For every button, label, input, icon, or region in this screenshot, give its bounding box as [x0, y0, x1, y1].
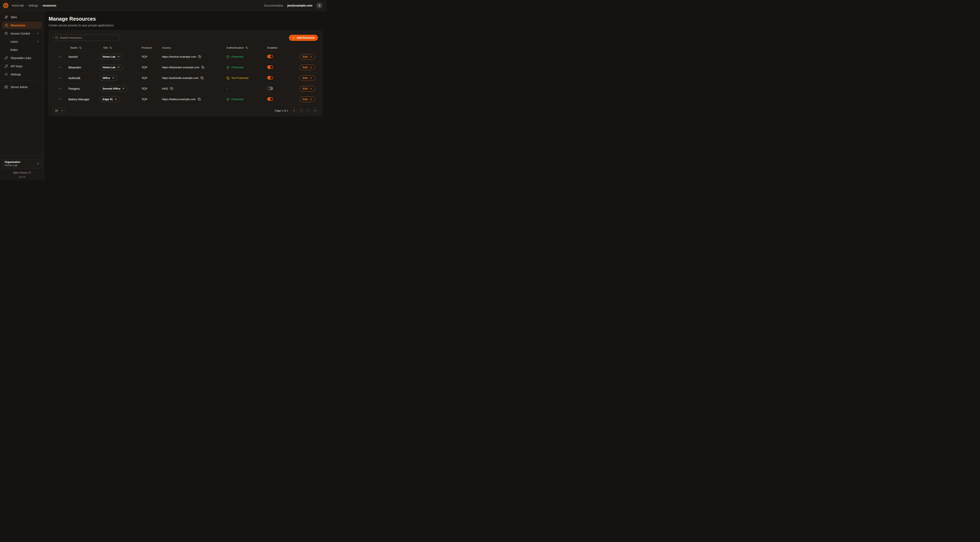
- sidebar-item-label: Shareable Links: [11, 56, 31, 60]
- edit-button[interactable]: Edit: [299, 86, 315, 92]
- page-title: Manage Resources: [49, 16, 322, 22]
- add-resource-button[interactable]: Add Resource: [289, 35, 318, 41]
- resource-name: Bitwarden: [67, 66, 100, 69]
- ellipsis-icon: [59, 98, 62, 101]
- auth-status: Protected: [226, 98, 267, 101]
- first-page-button[interactable]: [291, 108, 297, 113]
- ellipsis-icon: [59, 55, 62, 58]
- organization-selector[interactable]: Organization Home Lab: [2, 159, 42, 168]
- edit-button[interactable]: Edit: [299, 75, 315, 81]
- copy-button[interactable]: [201, 66, 205, 69]
- shield-check-icon: [226, 66, 230, 69]
- sidebar-item-roles[interactable]: Roles: [2, 46, 42, 53]
- toggle-knob: [270, 98, 273, 100]
- arrow-up-right-icon: [122, 87, 125, 90]
- table-row: Authentik Office TCP https://authentik.e…: [53, 73, 318, 83]
- site-link[interactable]: Home Lab: [100, 64, 123, 70]
- copy-button[interactable]: [170, 87, 173, 90]
- users-icon: [5, 32, 8, 35]
- edit-button[interactable]: Edit: [299, 54, 315, 60]
- enabled-toggle[interactable]: [267, 55, 273, 58]
- organization-label: Organization: [5, 161, 20, 164]
- copy-button[interactable]: [200, 77, 204, 80]
- sidebar-item-access-control[interactable]: Access Control: [2, 30, 42, 37]
- copy-button[interactable]: [198, 98, 201, 101]
- enabled-toggle[interactable]: [267, 97, 273, 101]
- column-header-site[interactable]: Site: [100, 46, 142, 49]
- resource-access-url: https://immich.example.com: [162, 55, 196, 58]
- column-header-authentication[interactable]: Authentication: [226, 46, 267, 49]
- column-header-name[interactable]: Name: [67, 46, 100, 49]
- sidebar-item-settings[interactable]: Settings: [2, 71, 42, 78]
- arrow-right-icon: [309, 98, 312, 101]
- open-source-link[interactable]: Open Source: [2, 171, 42, 174]
- enabled-toggle[interactable]: [267, 87, 273, 90]
- breadcrumb-org[interactable]: home-lab: [12, 4, 24, 7]
- sidebar-item-api-keys[interactable]: API Keys: [2, 62, 42, 70]
- sidebar-item-shareable-links[interactable]: Shareable Links: [2, 54, 42, 62]
- link-icon: [5, 56, 8, 60]
- resource-protocol: TCP: [142, 55, 162, 59]
- sidebar-item-label: Server Admin: [11, 85, 28, 89]
- page-size-select[interactable]: 20: [53, 108, 65, 113]
- column-header-access: Access: [162, 46, 226, 49]
- table-header: Name Site Protocol Access Authentication: [53, 44, 318, 51]
- copy-button[interactable]: [198, 55, 201, 58]
- site-link[interactable]: Edge 01: [100, 96, 120, 102]
- sidebar-item-label: Settings: [11, 73, 21, 76]
- search-input[interactable]: [60, 36, 118, 39]
- breadcrumb-separator: ›: [40, 4, 41, 7]
- gear-icon: [5, 73, 8, 76]
- app-version: v1.3.0: [2, 175, 42, 179]
- sidebar-item-server-admin[interactable]: Server Admin: [2, 83, 42, 91]
- previous-page-button[interactable]: [299, 108, 304, 113]
- row-menu-button[interactable]: [53, 77, 67, 80]
- site-link[interactable]: Second Office: [100, 86, 127, 92]
- chevron-right-icon: [307, 109, 310, 112]
- ellipsis-icon: [59, 66, 62, 69]
- breadcrumb-settings[interactable]: settings: [28, 4, 38, 7]
- sidebar-item-label: Roles: [10, 48, 18, 51]
- sidebar-item-sites[interactable]: Sites: [2, 13, 42, 21]
- row-menu-button[interactable]: [53, 98, 67, 101]
- row-menu-button[interactable]: [53, 66, 67, 69]
- user-email[interactable]: joe@example.com: [287, 4, 312, 7]
- row-menu-button[interactable]: [53, 87, 67, 90]
- enabled-toggle[interactable]: [267, 65, 273, 69]
- enabled-toggle[interactable]: [267, 76, 273, 80]
- arrow-up-right-icon: [117, 56, 120, 58]
- arrow-right-icon: [309, 77, 312, 80]
- sidebar-item-users[interactable]: Users: [2, 38, 42, 45]
- topbar-right: Documentation joe@example.com J: [264, 3, 322, 8]
- sidebar-item-resources[interactable]: Resources: [2, 22, 42, 29]
- resources-card: Add Resource Name Site Protocol Acc: [49, 30, 322, 116]
- next-page-button[interactable]: [305, 108, 311, 113]
- row-menu-button[interactable]: [53, 55, 67, 58]
- chevron-down-icon: [37, 32, 40, 35]
- shield-check-icon: [226, 98, 230, 101]
- open-source-label: Open Source: [13, 171, 27, 174]
- site-link[interactable]: Office: [100, 75, 117, 81]
- pager-buttons: [291, 108, 318, 113]
- resource-protocol: TCP: [142, 77, 162, 80]
- avatar[interactable]: J: [317, 3, 322, 8]
- documentation-link[interactable]: Documentation: [264, 4, 283, 7]
- resource-protocol: TCP: [142, 66, 162, 69]
- page-status: Page 1 of 1: [275, 109, 288, 112]
- table-row: Bitwarden Home Lab TCP https://bitwarden…: [53, 62, 318, 73]
- page-subtitle: Create secure proxies to your private ap…: [49, 24, 322, 27]
- auth-status: Not Protected: [226, 77, 267, 80]
- site-link[interactable]: Home Lab: [100, 54, 123, 60]
- sidebar-item-label: Resources: [11, 24, 25, 27]
- edit-button[interactable]: Edit: [299, 96, 315, 102]
- chevrons-left-icon: [293, 109, 296, 112]
- resource-name: Immich: [67, 55, 100, 59]
- edit-button[interactable]: Edit: [299, 65, 315, 70]
- table-row: Immich Home Lab TCP https://immich.examp…: [53, 51, 318, 62]
- search-box: [53, 35, 120, 41]
- breadcrumb-separator: ›: [25, 4, 26, 7]
- resource-name: Postgres: [67, 87, 100, 90]
- ellipsis-icon: [59, 87, 62, 90]
- last-page-button[interactable]: [312, 108, 318, 113]
- pagination: 20 Page 1 of 1: [53, 108, 318, 113]
